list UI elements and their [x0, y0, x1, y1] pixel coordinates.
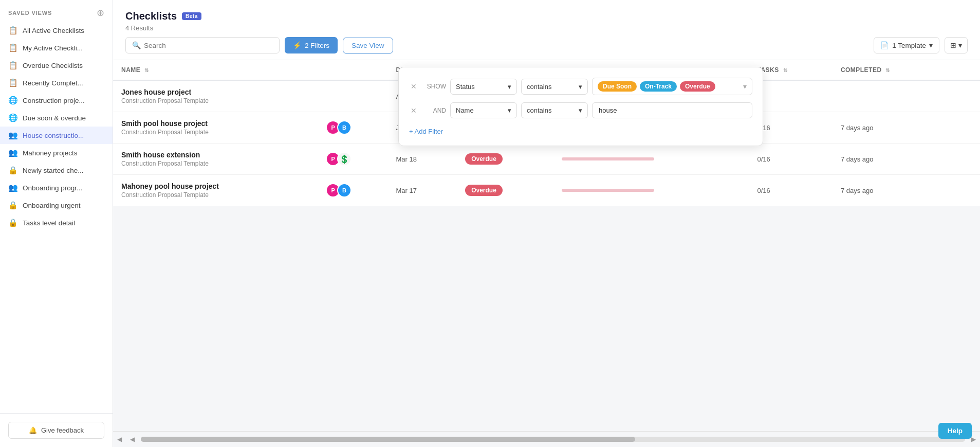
row-name: Jones house project — [121, 88, 309, 96]
filter-button[interactable]: ⚡ 2 Filters — [285, 37, 338, 53]
cell-progress — [553, 175, 749, 206]
name-sort-icon: ⇅ — [144, 67, 149, 73]
tag-on-track: On-Track — [640, 81, 677, 92]
sidebar-icon-overdue: 📋 — [8, 61, 17, 70]
progress-bar — [562, 157, 654, 160]
chevron-down-icon: ▾ — [579, 106, 582, 114]
sidebar-icon-due-soon: 🌐 — [8, 113, 17, 122]
filter-field-2-select[interactable]: Name ▾ — [450, 102, 517, 118]
sidebar-item-tasks-level[interactable]: 🔒 Tasks level detail — [0, 214, 113, 231]
filter-label: 2 Filters — [305, 42, 329, 49]
cell-completed — [833, 80, 951, 112]
completed-date: 7 days ago — [841, 187, 874, 194]
sidebar-icon-mahoney: 👥 — [8, 148, 17, 157]
cell-extra — [951, 175, 980, 206]
filter-operator-1-select[interactable]: contains ▾ — [521, 79, 588, 95]
completed-date: 7 days ago — [841, 155, 874, 163]
give-feedback-button[interactable]: 🔔 Give feedback — [8, 422, 104, 439]
template-button[interactable]: 📄 1 Template ▾ — [874, 37, 939, 53]
filter-field-1-select[interactable]: Status ▾ — [450, 79, 517, 95]
scroll-thumb[interactable] — [141, 437, 635, 442]
cell-name: Smith house extension Construction Propo… — [113, 144, 318, 175]
sidebar-icon-construction: 🌐 — [8, 96, 17, 105]
filter-operator-1-value: contains — [527, 83, 551, 91]
search-box[interactable]: 🔍 — [125, 37, 280, 53]
sidebar-item-construction[interactable]: 🌐 Construction proje... — [0, 92, 113, 109]
save-view-button[interactable]: Save View — [343, 38, 393, 53]
filter-field-2-value: Name — [456, 106, 474, 114]
filter-close-1-button[interactable]: ✕ — [409, 82, 418, 91]
add-filter-button[interactable]: + Add Filter — [409, 126, 443, 137]
filter-operator-2-value: contains — [527, 106, 551, 114]
due-date: Mar 17 — [396, 187, 416, 194]
main-header: Checklists Beta 4 Results 🔍 ⚡ 2 Filters … — [113, 0, 980, 60]
cell-due: Mar 17 — [387, 175, 457, 206]
sidebar-label-overdue: Overdue Checklists — [23, 62, 83, 69]
sidebar-label-mahoney: Mahoney projects — [23, 149, 78, 157]
sidebar-label-construction: Construction proje... — [23, 97, 85, 104]
cell-tasks: 0/16 — [749, 144, 833, 175]
completed-sort-icon: ⇅ — [885, 67, 890, 73]
save-view-label: Save View — [352, 42, 384, 49]
sidebar-icon-newly: 🔒 — [8, 166, 17, 175]
table-row[interactable]: Smith house extension Construction Propo… — [113, 144, 980, 175]
tasks-count: 0/16 — [757, 155, 770, 163]
sidebar-item-onboarding-urgent[interactable]: 🔒 Onboarding urgent — [0, 196, 113, 214]
avatars: P💲 — [326, 152, 379, 166]
template-icon: 📄 — [880, 41, 889, 49]
sidebar-item-recently[interactable]: 📋 Recently Complet... — [0, 74, 113, 92]
scroll-left2-arrow[interactable]: ◀ — [126, 434, 139, 445]
status-badge: Overdue — [465, 153, 503, 165]
scroll-left-arrow[interactable]: ◀ — [113, 434, 126, 445]
sidebar-icon-recently: 📋 — [8, 78, 17, 87]
title-row: Checklists Beta — [125, 10, 968, 22]
cell-status: Overdue — [457, 175, 553, 206]
filter-icon: ⚡ — [293, 41, 302, 49]
cell-name: Smith pool house project Construction Pr… — [113, 112, 318, 144]
filter-tags-container[interactable]: Due Soon On-Track Overdue ▾ — [592, 78, 752, 95]
cell-completed: 7 days ago — [833, 175, 951, 206]
add-view-button[interactable]: ⊕ — [97, 8, 104, 17]
cell-name: Mahoney pool house project Construction … — [113, 175, 318, 206]
sidebar-item-overdue[interactable]: 📋 Overdue Checklists — [0, 57, 113, 74]
sidebar-label-house: House constructio... — [23, 132, 84, 139]
search-input[interactable] — [144, 42, 273, 49]
filter-operator-2-select[interactable]: contains ▾ — [521, 102, 588, 118]
scroll-track[interactable] — [141, 437, 965, 442]
completed-date: 7 days ago — [841, 124, 874, 132]
column-completed[interactable]: COMPLETED ⇅ — [833, 60, 951, 80]
avatar: B — [337, 183, 352, 198]
sidebar-item-house[interactable]: 👥 House constructio... — [0, 127, 113, 144]
feedback-label: Give feedback — [41, 426, 84, 434]
view-toggle-button[interactable]: ⊞ ▾ — [945, 37, 968, 53]
sidebar-item-my-active[interactable]: 📋 My Active Checkli... — [0, 39, 113, 57]
column-name[interactable]: NAME ⇅ — [113, 60, 318, 80]
sidebar-label-tasks-level: Tasks level detail — [23, 219, 75, 227]
results-count: 4 Results — [125, 24, 968, 32]
cell-avatars: PB — [318, 112, 387, 144]
sidebar: SAVED VIEWS ⊕ 📋 All Active Checklists 📋 … — [0, 0, 113, 447]
sidebar-item-mahoney[interactable]: 👥 Mahoney projects — [0, 144, 113, 162]
horizontal-scrollbar[interactable]: ◀ ◀ ▶ — [113, 431, 980, 447]
cell-progress — [553, 144, 749, 175]
sidebar-icon-all-active: 📋 — [8, 26, 17, 35]
filter-text-input[interactable] — [592, 102, 752, 118]
cell-extra — [951, 80, 980, 112]
sidebar-item-all-active[interactable]: 📋 All Active Checklists — [0, 22, 113, 39]
sidebar-item-newly[interactable]: 🔒 Newly started che... — [0, 162, 113, 179]
main-content: Checklists Beta 4 Results 🔍 ⚡ 2 Filters … — [113, 0, 980, 447]
tag-due-soon: Due Soon — [598, 81, 637, 92]
cell-completed: 7 days ago — [833, 112, 951, 144]
tag-overdue: Overdue — [680, 81, 715, 92]
table-row[interactable]: Mahoney pool house project Construction … — [113, 175, 980, 206]
cell-avatars — [318, 80, 387, 112]
sidebar-item-due-soon[interactable]: 🌐 Due soon & overdue — [0, 109, 113, 127]
help-button[interactable]: Help — [938, 423, 972, 439]
column-extra — [951, 60, 980, 80]
cell-due: Mar 18 — [387, 144, 457, 175]
sidebar-item-onboarding[interactable]: 👥 Onboarding progr... — [0, 179, 113, 196]
filter-close-2-button[interactable]: ✕ — [409, 106, 418, 115]
row-template: Construction Proposal Template — [121, 160, 309, 167]
help-label: Help — [948, 427, 963, 435]
chevron-down-icon: ▾ — [508, 83, 511, 91]
